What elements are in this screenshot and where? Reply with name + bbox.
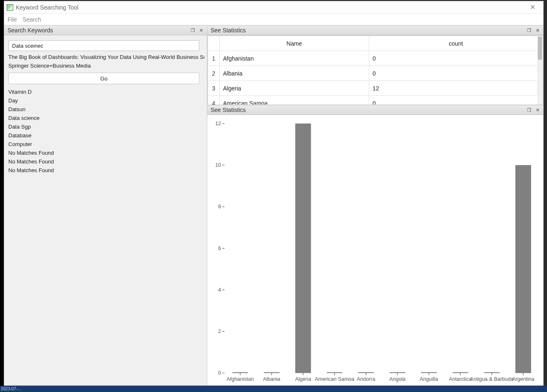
taskbar-date: 2023-07-… [1, 387, 22, 391]
row-index: 1 [208, 51, 220, 66]
search-panel-body: The Big Book of Dashboards: Visualizing … [4, 35, 207, 385]
cell-count: 12 [369, 81, 543, 96]
result-item[interactable]: Computer [8, 140, 204, 149]
result-item[interactable]: Vitamin D [8, 88, 204, 96]
chart-bar [264, 372, 280, 373]
float-icon: ❐ [191, 28, 195, 33]
app-window: Keyword Searching Tool ✕ File Search Sea… [4, 1, 544, 386]
svg-text:6: 6 [218, 246, 221, 251]
menu-search[interactable]: Search [23, 16, 41, 23]
chart-x-label: Andorra [357, 376, 375, 382]
cell-count: 0 [369, 51, 543, 66]
go-button[interactable]: Go [8, 73, 199, 84]
search-input[interactable] [8, 40, 199, 51]
chart-x-label: Anguilla [419, 376, 438, 382]
row-index: 3 [208, 81, 220, 96]
search-panel-title: Search Keywords [7, 27, 189, 34]
chart-x-label: Angola [390, 376, 406, 382]
chart-bar [232, 372, 248, 373]
cell-name: Algeria [220, 81, 369, 96]
table-panel-close-button[interactable]: ✕ [533, 27, 542, 34]
results-list: Vitamin DDayDatsunData scienceData SgpDa… [8, 88, 204, 175]
search-panel-float-button[interactable]: ❐ [189, 27, 197, 34]
table-row[interactable]: 2Albania0 [208, 66, 543, 81]
close-icon: ✕ [530, 3, 535, 11]
chart-panel: See Statistics ❐ ✕ 024681012AfghanistanA… [207, 105, 543, 385]
window-close-button[interactable]: ✕ [524, 1, 541, 13]
cell-count: 0 [369, 66, 543, 81]
result-item[interactable]: Day [8, 96, 204, 105]
cell-name: American Samoa [220, 96, 369, 105]
chart-x-label: American Samoa [315, 376, 354, 382]
app-icon [7, 4, 13, 11]
client-area: Search Keywords ❐ ✕ The Big Book of Dash… [4, 25, 543, 385]
bar-chart: 024681012AfghanistanAlbaniaAlgeriaAmeric… [207, 115, 543, 385]
result-item[interactable]: Data Sgp [8, 122, 204, 131]
chart-x-label: Argentina [512, 376, 534, 382]
cell-name: Albania [220, 66, 369, 81]
table-scrollbar[interactable] [537, 36, 543, 105]
chart-bar [452, 372, 468, 373]
statistics-table: Name count 1Afghanistan02Albania03Algeri… [208, 36, 543, 105]
chart-bar [390, 372, 405, 373]
os-taskbar-fragment: 2023-07-… [0, 386, 547, 392]
row-index: 4 [208, 96, 220, 105]
float-icon: ❐ [527, 107, 531, 113]
table-panel: See Statistics ❐ ✕ Name count [207, 25, 543, 105]
close-icon: ✕ [536, 107, 540, 113]
chart-panel-header: See Statistics ❐ ✕ [207, 105, 543, 115]
chart-panel-close-button[interactable]: ✕ [533, 106, 542, 114]
menu-file[interactable]: File [7, 16, 17, 23]
book-title-line: The Big Book of Dashboards: Visualizing … [8, 53, 204, 61]
result-item[interactable]: No Matches Found [8, 157, 204, 166]
table-row[interactable]: 1Afghanistan0 [208, 51, 543, 66]
svg-text:4: 4 [218, 287, 221, 293]
chart-x-label: Antigua & Barbuda [470, 376, 513, 382]
table-row[interactable]: 4American Samoa0 [208, 96, 543, 105]
search-panel-close-button[interactable]: ✕ [197, 27, 205, 34]
row-index: 2 [208, 66, 220, 81]
chart-x-label: Antarctica [449, 376, 472, 382]
table-row[interactable]: 3Algeria12 [208, 81, 543, 96]
chart-bar [421, 372, 437, 373]
svg-text:12: 12 [215, 121, 221, 127]
table-panel-float-button[interactable]: ❐ [525, 27, 533, 34]
publisher-line: Springer Science+Business Media [8, 61, 204, 70]
table-corner [208, 36, 220, 51]
chart-bar [327, 372, 343, 373]
chart-bar [515, 165, 531, 373]
result-item[interactable]: No Matches Found [8, 149, 204, 157]
chart-bar [484, 372, 500, 373]
title-bar: Keyword Searching Tool ✕ [4, 1, 543, 14]
svg-text:0: 0 [218, 370, 221, 376]
float-icon: ❐ [527, 28, 531, 33]
left-pane: Search Keywords ❐ ✕ The Big Book of Dash… [4, 25, 207, 385]
background-noise [0, 0, 4, 392]
svg-text:10: 10 [215, 162, 221, 168]
column-header-count[interactable]: count [369, 36, 543, 51]
svg-text:8: 8 [218, 204, 221, 209]
chart-panel-title: See Statistics [211, 107, 525, 113]
chart-x-label: Albania [263, 376, 280, 382]
table-panel-title: See Statistics [211, 27, 525, 34]
right-pane: See Statistics ❐ ✕ Name count [207, 25, 543, 385]
chart-x-label: Algeria [295, 376, 311, 382]
cell-name: Afghanistan [220, 51, 369, 66]
column-header-name[interactable]: Name [220, 36, 369, 51]
chart-panel-float-button[interactable]: ❐ [525, 106, 533, 114]
table-panel-header: See Statistics ❐ ✕ [207, 25, 543, 35]
chart-bar [358, 372, 374, 373]
result-item[interactable]: Data science [8, 114, 204, 122]
menu-bar: File Search [4, 14, 543, 25]
cell-count: 0 [369, 96, 543, 105]
close-icon: ✕ [199, 28, 203, 33]
chart-x-label: Afghanistan [226, 376, 254, 382]
result-item[interactable]: No Matches Found [8, 166, 204, 175]
window-title: Keyword Searching Tool [16, 4, 524, 11]
result-item[interactable]: Datsun [8, 105, 204, 114]
close-icon: ✕ [536, 28, 540, 33]
result-item[interactable]: Database [8, 131, 204, 140]
scrollbar-thumb[interactable] [538, 37, 542, 60]
svg-text:2: 2 [218, 329, 221, 334]
chart-bar [295, 124, 311, 373]
